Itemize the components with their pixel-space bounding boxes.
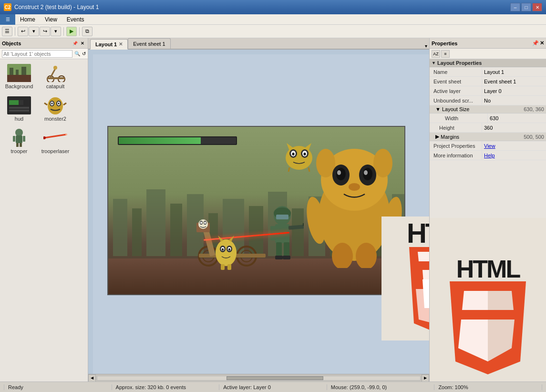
toolbar-group-undo: ↩ ▾ ↪ ▾	[18, 27, 61, 36]
objects-refresh-icon[interactable]: ↺	[82, 51, 86, 56]
svg-point-15	[48, 97, 63, 114]
objects-panel: Objects 📌 ✕ 🔍 ↺	[0, 38, 88, 382]
object-item-background[interactable]: Background	[2, 61, 36, 92]
small-monster	[213, 235, 239, 270]
toolbar-dropdown2-btn[interactable]: ▾	[51, 27, 61, 36]
props-row-projectproperties: Project Properties View	[430, 141, 546, 151]
object-item-hud[interactable]: hud	[2, 93, 36, 124]
toolbar-run-btn[interactable]: ▶	[66, 27, 77, 36]
toolbar-menu-btn[interactable]: ☰	[2, 27, 12, 36]
svg-point-32	[43, 136, 46, 139]
props-value-unbounded[interactable]: No	[482, 96, 546, 105]
svg-point-9	[53, 66, 57, 70]
props-sort-alpha-btn[interactable]: AZ	[432, 50, 440, 58]
svg-rect-34	[113, 199, 127, 256]
props-sub-layoutsize[interactable]: ▼ Layout Size 630, 360	[430, 105, 546, 113]
svg-point-106	[228, 248, 230, 251]
object-item-trooper[interactable]: trooper	[2, 126, 36, 156]
props-label-activelayer: Active layer	[430, 86, 482, 95]
tab-layout1-close[interactable]: ✕	[119, 41, 123, 47]
html5-text: HTML	[407, 219, 429, 247]
props-value-eventsheet[interactable]: Event sheet 1	[482, 77, 546, 86]
props-label-unbounded: Unbounded scr...	[430, 96, 482, 105]
props-value-projectproperties[interactable]: View	[482, 141, 546, 150]
svg-point-105	[222, 248, 224, 251]
maximize-button[interactable]: □	[521, 3, 531, 11]
props-value-name[interactable]: Layout 1	[482, 67, 546, 76]
objects-panel-header: Objects 📌 ✕	[0, 38, 88, 49]
props-value-moreinfo[interactable]: Help	[482, 151, 546, 160]
props-section-layout[interactable]: ▼ Layout Properties	[430, 59, 546, 67]
props-margins-value: 500, 500	[524, 134, 544, 140]
menu-view[interactable]: View	[40, 14, 62, 24]
titlebar: C2 Construct 2 (test build) - Layout 1 –…	[0, 0, 546, 14]
objects-pin-btn[interactable]: 📌	[72, 40, 78, 47]
props-value-width[interactable]: 630	[488, 113, 546, 123]
props-value-height[interactable]: 360	[482, 123, 546, 132]
properties-content: ▼ Layout Properties Name Layout 1 Event …	[430, 59, 546, 218]
props-row-name: Name Layout 1	[430, 67, 546, 77]
objects-panel-title: Objects	[2, 41, 72, 46]
svg-point-69	[364, 170, 368, 175]
scroll-thumb[interactable]	[227, 376, 323, 380]
svg-point-85	[200, 222, 202, 224]
scroll-left-btn[interactable]: ◀	[88, 374, 96, 382]
object-item-monster2[interactable]: monster2	[38, 93, 72, 124]
props-sub-margins[interactable]: ▶ Margins 500, 500	[430, 133, 546, 141]
horizontal-scrollbar[interactable]: ◀ ▶	[88, 374, 429, 382]
statusbar: Ready Approx. size: 320 kb. 0 events Act…	[0, 382, 546, 392]
toolbar-redo-btn[interactable]: ↪	[40, 27, 50, 36]
objects-header-buttons: 📌 ✕	[72, 40, 86, 47]
close-button[interactable]: ✕	[532, 3, 542, 11]
objects-close-btn[interactable]: ✕	[79, 40, 86, 47]
object-icon-trooperlaser	[43, 128, 67, 147]
toolbar-separator	[15, 27, 15, 36]
status-mouse-info: Mouse: (259.0, -99.0, 0)	[327, 384, 435, 390]
svg-rect-27	[23, 136, 25, 142]
svg-point-70	[349, 183, 360, 191]
app-menu-button[interactable]: ☰	[0, 14, 15, 25]
toolbar-dropdown-btn[interactable]: ▾	[29, 27, 39, 36]
toolbar-extra-btn[interactable]: ⧉	[82, 27, 93, 36]
svg-rect-107	[221, 264, 225, 270]
tab-eventsheet1-label: Event sheet 1	[133, 41, 165, 47]
menu-home[interactable]: Home	[15, 14, 40, 24]
tab-eventsheet1[interactable]: Event sheet 1	[128, 38, 170, 49]
menubar: ☰ Home View Events	[0, 14, 546, 25]
svg-point-55	[304, 153, 306, 155]
svg-rect-108	[227, 264, 231, 270]
objects-search-input[interactable]	[2, 50, 72, 58]
object-icon-background	[7, 63, 31, 83]
scroll-right-btn[interactable]: ▶	[422, 374, 429, 382]
tabs-dropdown-arrow[interactable]: ▾	[425, 43, 427, 49]
toolbar-undo-btn[interactable]: ↩	[18, 27, 28, 36]
svg-line-31	[44, 134, 66, 138]
props-sort-cat-btn[interactable]: ≡	[441, 50, 450, 58]
scroll-track[interactable]	[97, 376, 421, 381]
expand-icon-layoutsize: ▼	[435, 106, 441, 112]
properties-pin-btn[interactable]: 📌	[532, 40, 539, 46]
tab-layout1[interactable]: Layout 1 ✕	[90, 39, 128, 50]
svg-rect-94	[276, 242, 282, 257]
svg-point-86	[204, 222, 206, 224]
objects-search-icon[interactable]: 🔍	[74, 51, 80, 56]
object-label-hud: hud	[15, 116, 23, 122]
menu-events[interactable]: Events	[62, 14, 89, 24]
object-item-trooperlaser[interactable]: trooperlaser	[38, 126, 72, 156]
props-value-activelayer[interactable]: Layer 0	[482, 86, 546, 95]
svg-rect-37	[170, 204, 182, 256]
status-ready: Ready	[4, 384, 112, 390]
status-zoom-info: Zoom: 100%	[434, 384, 542, 390]
object-label-trooper: trooper	[11, 148, 28, 154]
props-label-height: Height	[430, 123, 482, 132]
object-item-catapult[interactable]: catapult	[38, 61, 72, 92]
trooper-soldier	[261, 206, 304, 268]
properties-close-btn[interactable]: ✕	[540, 40, 544, 46]
svg-rect-29	[20, 143, 22, 147]
minimize-button[interactable]: –	[510, 3, 520, 11]
svg-rect-14	[9, 110, 29, 112]
canvas-container[interactable]: HTML 5	[88, 50, 429, 374]
status-size-info: Approx. size: 320 kb. 0 events	[112, 384, 220, 390]
object-label-trooperlaser: trooperlaser	[41, 148, 70, 154]
html5-logo-area: HTML 5	[381, 217, 429, 340]
